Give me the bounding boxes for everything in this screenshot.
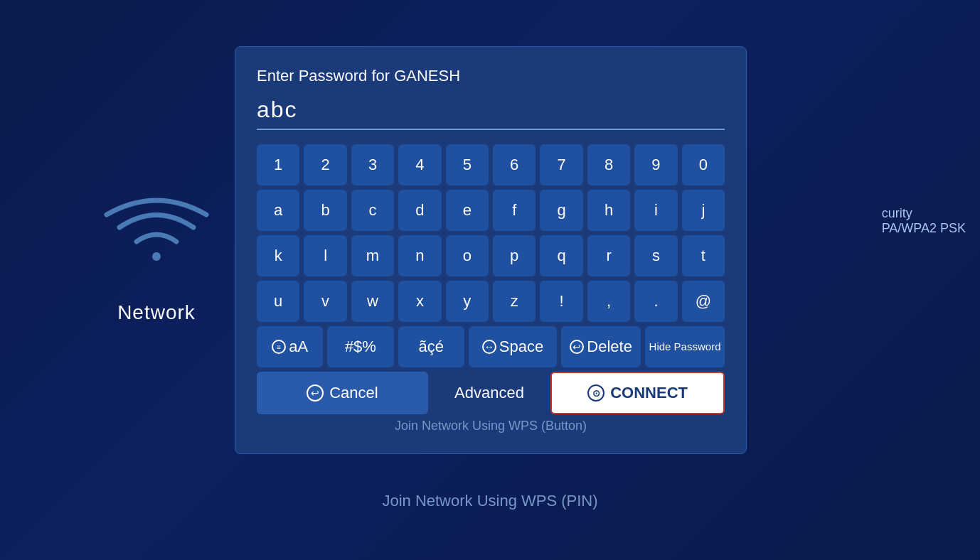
- key-b[interactable]: b: [304, 190, 346, 231]
- key-v[interactable]: v: [304, 281, 346, 322]
- key-s[interactable]: s: [634, 235, 677, 276]
- security-label: curity: [882, 206, 966, 221]
- key-6[interactable]: 6: [493, 144, 536, 185]
- key-m[interactable]: m: [351, 235, 394, 276]
- key-z[interactable]: z: [493, 281, 536, 322]
- key-p[interactable]: p: [493, 235, 536, 276]
- key-accents[interactable]: ãçé: [398, 326, 464, 367]
- advanced-button[interactable]: Advanced: [432, 372, 547, 414]
- key-2[interactable]: 2: [304, 144, 346, 185]
- key-1[interactable]: 1: [257, 144, 299, 185]
- key-9[interactable]: 9: [634, 144, 677, 185]
- key-symbols[interactable]: #$%: [327, 326, 393, 367]
- key-l[interactable]: l: [304, 235, 346, 276]
- key-c[interactable]: c: [351, 190, 394, 231]
- key-comma[interactable]: ,: [587, 281, 630, 322]
- key-period[interactable]: .: [634, 281, 677, 322]
- key-row-uz: u v w x y z ! , . @: [257, 281, 725, 322]
- key-a[interactable]: a: [257, 190, 299, 231]
- key-5[interactable]: 5: [446, 144, 489, 185]
- key-0[interactable]: 0: [682, 144, 725, 185]
- key-q[interactable]: q: [540, 235, 582, 276]
- key-hide-password[interactable]: Hide Password: [645, 326, 725, 367]
- key-row-special: ≡ aA #$% ãçé ↔ Space ↩ Delete Hide Passw…: [257, 326, 725, 367]
- key-row-aj: a b c d e f g h i j: [257, 190, 725, 231]
- key-exclaim[interactable]: !: [540, 281, 582, 322]
- dialog-title: Enter Password for GANESH: [257, 67, 725, 85]
- connect-button[interactable]: ⊙ CONNECT: [550, 372, 725, 414]
- cancel-button[interactable]: ↩ Cancel: [257, 372, 428, 414]
- cancel-icon: ↩: [307, 384, 324, 402]
- key-w[interactable]: w: [351, 281, 394, 322]
- key-u[interactable]: u: [257, 281, 299, 322]
- keyboard: 1 2 3 4 5 6 7 8 9 0 a b c d e f g h i j …: [257, 144, 725, 367]
- password-input[interactable]: abc: [257, 97, 725, 130]
- key-7[interactable]: 7: [540, 144, 582, 185]
- key-3[interactable]: 3: [351, 144, 394, 185]
- password-dialog: Enter Password for GANESH abc 1 2 3 4 5 …: [235, 46, 747, 454]
- key-e[interactable]: e: [446, 190, 489, 231]
- key-space[interactable]: ↔ Space: [469, 326, 557, 367]
- wifi-icon: [100, 192, 213, 280]
- key-x[interactable]: x: [398, 281, 441, 322]
- key-at[interactable]: @: [682, 281, 725, 322]
- key-j[interactable]: j: [682, 190, 725, 231]
- key-k[interactable]: k: [257, 235, 299, 276]
- wifi-section: Network: [100, 192, 213, 324]
- wps-partial-text: Join Network Using WPS (Button): [257, 419, 725, 434]
- connect-icon: ⊙: [587, 384, 604, 402]
- key-4[interactable]: 4: [398, 144, 441, 185]
- key-aa[interactable]: ≡ aA: [257, 326, 323, 367]
- key-n[interactable]: n: [398, 235, 441, 276]
- key-d[interactable]: d: [398, 190, 441, 231]
- key-y[interactable]: y: [446, 281, 489, 322]
- wps-bottom-text[interactable]: Join Network Using WPS (PIN): [382, 492, 597, 510]
- key-8[interactable]: 8: [587, 144, 630, 185]
- key-t[interactable]: t: [682, 235, 725, 276]
- key-i[interactable]: i: [634, 190, 677, 231]
- key-row-numbers: 1 2 3 4 5 6 7 8 9 0: [257, 144, 725, 185]
- action-row: ↩ Cancel Advanced ⊙ CONNECT: [257, 372, 725, 414]
- svg-point-0: [152, 252, 161, 261]
- wifi-network-label: Network: [117, 301, 196, 324]
- key-row-kt: k l m n o p q r s t: [257, 235, 725, 276]
- security-value: PA/WPA2 PSK: [882, 221, 966, 236]
- key-g[interactable]: g: [540, 190, 582, 231]
- right-info: curity PA/WPA2 PSK: [882, 206, 966, 236]
- key-h[interactable]: h: [587, 190, 630, 231]
- key-o[interactable]: o: [446, 235, 489, 276]
- key-delete[interactable]: ↩ Delete: [561, 326, 641, 367]
- key-r[interactable]: r: [587, 235, 630, 276]
- key-f[interactable]: f: [493, 190, 536, 231]
